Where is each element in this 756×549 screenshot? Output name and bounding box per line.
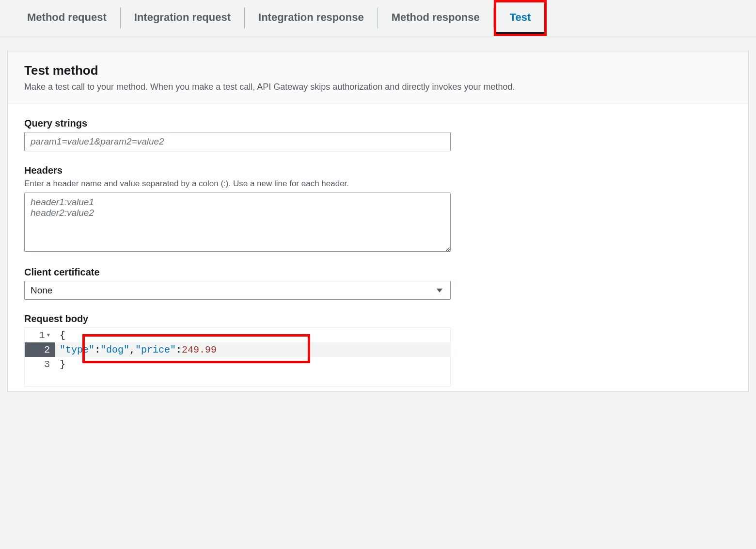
tabs-bar: Method request Integration request Integ… — [0, 0, 756, 36]
tab-integration-request[interactable]: Integration request — [121, 2, 244, 33]
panel-description: Make a test call to your method. When yo… — [24, 82, 732, 92]
tab-integration-response[interactable]: Integration response — [245, 2, 378, 33]
code-line[interactable]: } — [55, 357, 450, 371]
line-number — [25, 371, 55, 386]
panel-title: Test method — [24, 63, 732, 78]
highlight-test-tab: Test — [494, 0, 547, 36]
test-method-panel: Test method Make a test call to your met… — [7, 51, 749, 392]
code-line[interactable] — [55, 371, 450, 386]
panel-body: Query strings Headers Enter a header nam… — [8, 104, 748, 391]
field-request-body: Request body 1 ▼ { 2 "type": "dog", "pri… — [24, 313, 451, 387]
client-certificate-label: Client certificate — [24, 267, 451, 278]
field-query-strings: Query strings — [24, 118, 451, 151]
field-client-certificate: Client certificate None — [24, 267, 451, 300]
request-body-label: Request body — [24, 313, 451, 324]
request-body-editor[interactable]: 1 ▼ { 2 "type": "dog", "price": 249.99 3… — [24, 327, 451, 387]
headers-hint: Enter a header name and value separated … — [24, 179, 451, 189]
field-headers: Headers Enter a header name and value se… — [24, 165, 451, 253]
tab-method-request[interactable]: Method request — [14, 2, 120, 33]
tab-method-response[interactable]: Method response — [378, 2, 493, 33]
tab-test[interactable]: Test — [496, 2, 545, 33]
line-number: 3 — [25, 357, 55, 371]
headers-label: Headers — [24, 165, 451, 176]
line-number: 2 — [25, 342, 55, 357]
query-strings-input[interactable] — [24, 132, 451, 151]
query-strings-label: Query strings — [24, 118, 451, 129]
client-certificate-select[interactable]: None — [24, 281, 451, 300]
line-number: 1 ▼ — [25, 328, 55, 342]
code-line[interactable]: "type": "dog", "price": 249.99 — [55, 342, 450, 357]
panel-header: Test method Make a test call to your met… — [8, 51, 748, 104]
headers-input[interactable] — [24, 193, 451, 252]
code-line[interactable]: { — [55, 328, 450, 342]
fold-caret-icon[interactable]: ▼ — [47, 332, 50, 338]
